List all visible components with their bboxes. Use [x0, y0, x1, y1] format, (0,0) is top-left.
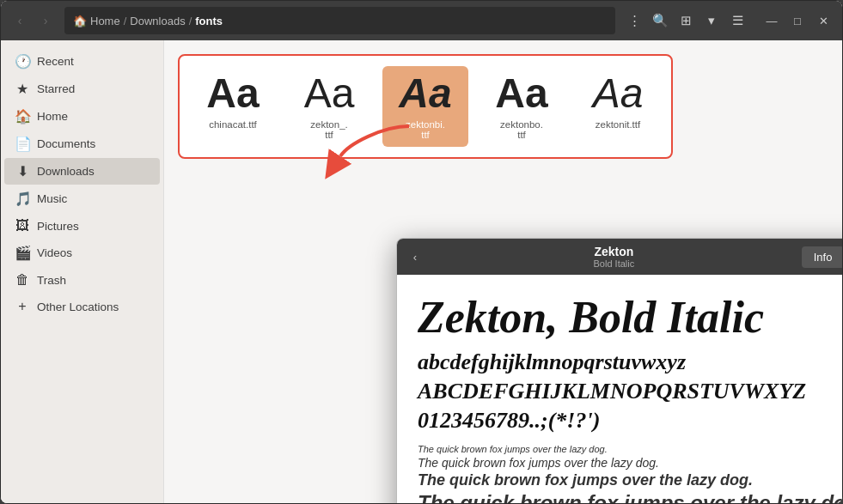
preview-numbers: 0123456789..;(*!?') — [418, 408, 842, 434]
forward-button[interactable]: › — [34, 9, 58, 33]
sidebar-label-downloads: Downloads — [37, 165, 95, 178]
nav-buttons: ‹ › — [8, 9, 58, 33]
font-name-zektonit: zektonit.ttf — [596, 119, 640, 130]
menu-button[interactable]: ⋮ — [622, 9, 646, 33]
sidebar-label-videos: Videos — [37, 246, 72, 259]
font-preview-zekton: Aa — [304, 73, 355, 114]
font-item-zekton[interactable]: Aa zekton_.ttf — [286, 66, 372, 147]
home-nav-icon: 🏠 — [15, 108, 30, 124]
documents-icon: 📄 — [15, 136, 30, 152]
font-name-zektonbi: zektonbi.ttf — [406, 119, 445, 140]
breadcrumb-current: fonts — [195, 15, 223, 27]
dialog-back-button[interactable]: ‹ — [404, 246, 426, 268]
sidebar-item-starred[interactable]: ★ Starred — [4, 76, 160, 102]
font-item-zektonbi[interactable]: Aa zektonbi.ttf — [382, 66, 468, 147]
minimize-button[interactable]: — — [760, 9, 784, 33]
sidebar-label-starred: Starred — [37, 82, 75, 95]
font-name-chinacat: chinacat.ttf — [209, 119, 257, 130]
sidebar-item-music[interactable]: 🎵 Music — [4, 185, 160, 212]
sidebar-label-music: Music — [37, 192, 67, 205]
content-area: 🕐 Recent ★ Starred 🏠 Home 📄 Documents ⬇ … — [1, 40, 842, 503]
font-item-chinacat[interactable]: Aa chinacat.ttf — [190, 66, 276, 147]
search-button[interactable]: 🔍 — [648, 9, 672, 33]
font-item-zektonbo[interactable]: Aa zektonbo.ttf — [479, 66, 565, 147]
font-preview-chinacat: Aa — [206, 73, 259, 114]
sidebar-item-documents[interactable]: 📄 Documents — [4, 131, 160, 157]
sidebar-item-videos[interactable]: 🎬 Videos — [4, 240, 160, 266]
breadcrumb-downloads[interactable]: Downloads — [130, 15, 185, 27]
sidebar-item-other-locations[interactable]: + Other Locations — [4, 294, 160, 319]
breadcrumb: 🏠 Home / Downloads / fonts — [64, 7, 615, 34]
sidebar-item-downloads[interactable]: ⬇ Downloads — [4, 158, 160, 185]
sep2: / — [189, 15, 192, 27]
recent-icon: 🕐 — [15, 53, 30, 70]
preview-lowercase: abcdefghijklmnopqrstuvwxyz — [418, 349, 842, 375]
sidebar-item-pictures[interactable]: 🖼 Pictures — [4, 213, 160, 239]
sidebar-label-documents: Documents — [37, 137, 95, 150]
home-icon: 🏠 — [73, 15, 87, 27]
sidebar-label-pictures: Pictures — [37, 220, 79, 233]
font-preview-zektonbi: Aa — [399, 73, 451, 114]
titlebar: ‹ › 🏠 Home / Downloads / fonts ⋮ 🔍 ⊞ ▾ ☰… — [1, 1, 842, 40]
downloads-icon: ⬇ — [15, 163, 30, 179]
window-controls: — □ ✕ — [760, 9, 835, 33]
sidebar-label-trash: Trash — [37, 274, 66, 287]
font-preview-area: Zekton, Bold Italic abcdefghijklmnopqrst… — [397, 275, 842, 503]
font-grid: Aa chinacat.ttf Aa zekton_.ttf Aa zekton… — [178, 54, 673, 159]
font-preview-zektonit: Aa — [593, 73, 644, 114]
dialog-titlebar: ‹ Zekton Bold Italic Info Install — □ ✕ — [397, 239, 842, 275]
dialog-actions: Info Install — [802, 245, 842, 270]
preview-sentence-3: The quick brown fox jumps over the lazy … — [418, 471, 842, 489]
font-name-zekton: zekton_.ttf — [310, 119, 347, 140]
view-list-button[interactable]: ☰ — [725, 9, 749, 33]
sidebar-label-other: Other Locations — [37, 301, 119, 313]
font-preview-zektonbo: Aa — [495, 73, 547, 114]
sidebar-label-home: Home — [37, 110, 68, 123]
sidebar-item-recent[interactable]: 🕐 Recent — [4, 48, 160, 75]
preview-title: Zekton, Bold Italic — [418, 292, 842, 343]
sidebar-item-home[interactable]: 🏠 Home — [4, 103, 160, 130]
other-locations-icon: + — [15, 299, 30, 314]
info-button[interactable]: Info — [802, 246, 842, 268]
dialog-title-group: Zekton Bold Italic — [433, 245, 795, 269]
view-grid-button[interactable]: ⊞ — [674, 9, 698, 33]
dialog-font-name: Zekton — [594, 245, 633, 258]
file-area: Aa chinacat.ttf Aa zekton_.ttf Aa zekton… — [164, 40, 842, 503]
preview-sentence-2: The quick brown fox jumps over the lazy … — [418, 456, 842, 470]
starred-icon: ★ — [15, 81, 30, 97]
preview-uppercase: ABCDEFGHIJKLMNOPQRSTUVWXYZ — [418, 379, 842, 404]
view-dropdown-button[interactable]: ▾ — [699, 9, 724, 33]
breadcrumb-home[interactable]: Home — [90, 15, 120, 27]
pictures-icon: 🖼 — [15, 218, 30, 234]
sidebar-label-recent: Recent — [37, 55, 74, 68]
dialog-font-style: Bold Italic — [594, 258, 635, 269]
font-name-zektonbo: zektonbo.ttf — [500, 119, 543, 140]
back-button[interactable]: ‹ — [8, 9, 32, 33]
trash-icon: 🗑 — [15, 272, 30, 288]
sep1: / — [124, 15, 127, 27]
maximize-button[interactable]: □ — [785, 9, 809, 33]
preview-sentence-4: The quick brown fox jumps over the lazy … — [418, 491, 842, 503]
sidebar: 🕐 Recent ★ Starred 🏠 Home 📄 Documents ⬇ … — [1, 40, 164, 503]
file-manager-window: ‹ › 🏠 Home / Downloads / fonts ⋮ 🔍 ⊞ ▾ ☰… — [0, 0, 843, 504]
videos-icon: 🎬 — [15, 245, 30, 261]
music-icon: 🎵 — [15, 191, 30, 207]
titlebar-actions: ⋮ 🔍 ⊞ ▾ ☰ — [622, 9, 749, 33]
sidebar-item-trash[interactable]: 🗑 Trash — [4, 267, 160, 293]
font-item-zektonit[interactable]: Aa zektonit.ttf — [575, 66, 661, 147]
font-dialog: ‹ Zekton Bold Italic Info Install — □ ✕ — [396, 238, 842, 503]
close-button[interactable]: ✕ — [811, 9, 835, 33]
preview-sentence-1: The quick brown fox jumps over the lazy … — [418, 444, 842, 454]
